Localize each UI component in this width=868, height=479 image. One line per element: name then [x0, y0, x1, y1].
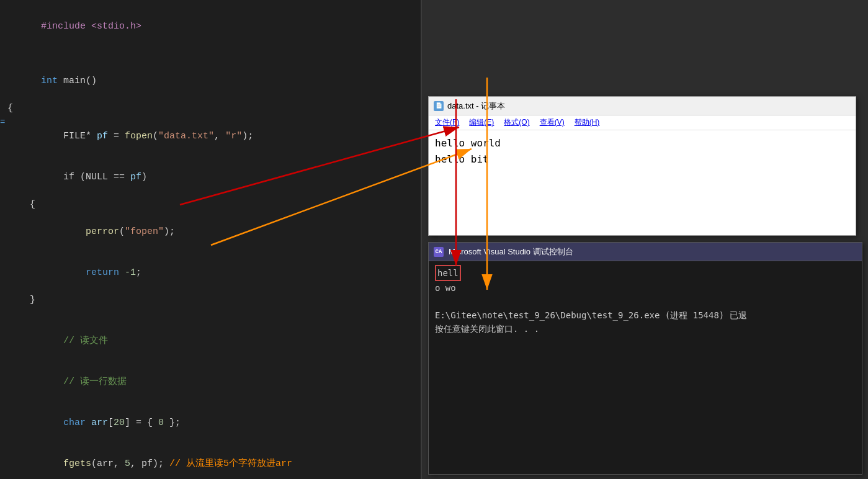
code-line-15: fgets(arr, 5, pf); // 从流里读5个字符放进arr — [0, 444, 422, 479]
notepad-menu-format[interactable]: 格式(O) — [500, 116, 533, 129]
console-highlighted-text: hell — [435, 265, 461, 281]
code-line-8: perror("fopen"); — [0, 212, 422, 253]
notepad-title: data.txt - 记事本 — [447, 101, 851, 112]
console-line3 — [435, 295, 856, 308]
notepad-menu-view[interactable]: 查看(V) — [536, 116, 568, 129]
notepad-window[interactable]: 📄 data.txt - 记事本 文件(F) 编辑(E) 格式(O) 查看(V)… — [428, 96, 856, 236]
notepad-icon: 📄 — [434, 101, 444, 111]
console-line5: 按任意键关闭此窗口. . . — [435, 322, 856, 336]
console-line4: E:\Gitee\note\test_9_26\Debug\test_9_26.… — [435, 308, 856, 322]
console-titlebar: CA Microsoft Visual Studio 调试控制台 — [429, 243, 862, 261]
code-line-13: // 读一行数据 — [0, 362, 422, 403]
code-line-5: = FILE* pf = fopen("data.txt", "r"); — [0, 115, 422, 157]
code-line-14: char arr[20] = { 0 }; — [0, 403, 422, 444]
notepad-menu-edit[interactable]: 编辑(E) — [465, 116, 498, 129]
notepad-menu-help[interactable]: 帮助(H) — [571, 116, 604, 129]
code-line-10: } — [0, 293, 422, 307]
console-content: hell o wo E:\Gitee\note\test_9_26\Debug\… — [429, 261, 862, 339]
code-line-3: int main() — [0, 61, 422, 102]
code-editor: #include <stdio.h> int main() { = FILE* … — [0, 0, 422, 479]
notepad-menu-file[interactable]: 文件(F) — [431, 116, 463, 129]
notepad-line1: hello world — [435, 135, 849, 151]
code-line-6: if (NULL == pf) — [0, 157, 422, 198]
notepad-line2: hello bit — [435, 151, 849, 168]
console-window: CA Microsoft Visual Studio 调试控制台 hell o … — [428, 242, 862, 475]
console-line2: o wo — [435, 281, 856, 295]
code-line-1: #include <stdio.h> — [0, 6, 422, 47]
code-line-12: // 读文件 — [0, 321, 422, 362]
notepad-menubar: 文件(F) 编辑(E) 格式(O) 查看(V) 帮助(H) — [429, 115, 856, 130]
code-line-11 — [0, 307, 422, 321]
code-line-7: { — [0, 198, 422, 212]
console-line1: hell — [435, 265, 856, 281]
console-title: Microsoft Visual Studio 调试控制台 — [449, 246, 857, 257]
code-line-4: { — [0, 102, 422, 115]
code-line-9: return -1; — [0, 253, 422, 293]
code-line-2 — [0, 47, 422, 61]
notepad-titlebar: 📄 data.txt - 记事本 — [429, 97, 856, 115]
notepad-content: hello world hello bit — [429, 130, 856, 172]
console-icon: CA — [434, 247, 444, 257]
